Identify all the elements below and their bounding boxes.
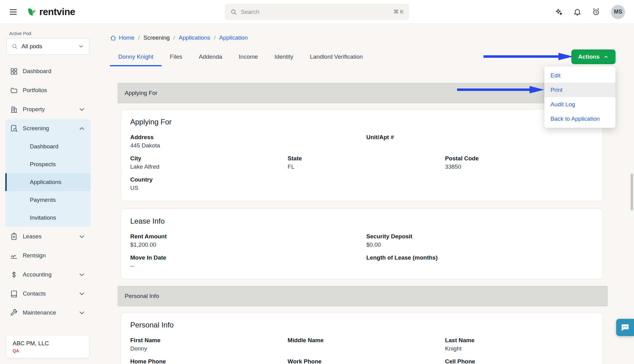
field-move-in-date: Move In Date --	[130, 253, 357, 270]
applying-for-card: Applying For Address 445 Dakota Unit/Apt…	[121, 109, 603, 201]
field-label: Postal Code	[445, 154, 593, 162]
breadcrumb-applications[interactable]: Applications	[179, 34, 210, 41]
tabs: Donny Knight Files Addenda Income Identi…	[110, 49, 616, 66]
wrench-icon	[10, 309, 18, 317]
field-country: Country US	[130, 175, 278, 192]
chevron-down-icon	[78, 43, 84, 49]
field-label: Home Phone	[130, 357, 278, 364]
sidebar-item-portfolios[interactable]: Portfolios	[5, 81, 91, 100]
folder-icon	[10, 87, 18, 94]
sidebar: Active Pod All pods Dashboard Portfolios…	[0, 24, 96, 364]
field-rent-amount: Rent Amount $1,200.00	[130, 232, 357, 249]
field-label: Country	[130, 175, 278, 184]
sparkles-icon[interactable]	[554, 8, 563, 16]
field-value: Donny	[130, 344, 278, 353]
chevron-down-icon	[78, 106, 86, 113]
tab-addenda[interactable]: Addenda	[190, 49, 230, 66]
field-cell-phone: Cell Phone	[445, 357, 593, 364]
tab-identity[interactable]: Identity	[266, 49, 302, 66]
sidebar-group-screening: Screening Dashboard Prospects Applicatio…	[5, 119, 91, 227]
sidebar-subitem-payments[interactable]: Payments	[5, 191, 91, 209]
sidebar-subitem-invitations[interactable]: Invitations	[5, 209, 91, 227]
card-title: Personal Info	[130, 321, 593, 329]
company-tag: QA	[13, 348, 83, 353]
field-home-phone: Home Phone	[130, 357, 278, 364]
field-label: Rent Amount	[130, 232, 357, 241]
field-lease-length: Length of Lease (months)	[366, 253, 593, 270]
field-value: 33850	[445, 162, 593, 171]
chevron-up-icon	[603, 54, 609, 60]
chevron-down-icon	[78, 271, 86, 279]
sidebar-item-dashboard[interactable]: Dashboard	[5, 62, 91, 80]
topbar: rentvine ⌘ K MS	[0, 0, 634, 24]
page-scrollbar-thumb[interactable]	[631, 174, 633, 210]
hamburger-menu-icon[interactable]	[9, 7, 18, 17]
field-label: City	[130, 154, 278, 162]
rentvine-logo[interactable]: rentvine	[26, 6, 75, 18]
breadcrumb-home[interactable]: Home	[110, 34, 135, 41]
sidebar-item-label: Dashboard	[23, 68, 51, 75]
field-city: City Lake Alfred	[130, 154, 278, 171]
field-state: State FL	[288, 154, 436, 171]
breadcrumb-application[interactable]: Application	[219, 34, 248, 41]
sidebar-item-label: Property	[23, 106, 45, 113]
chevron-down-icon	[78, 233, 86, 241]
breadcrumb-separator: /	[138, 34, 140, 41]
chevron-down-icon	[78, 309, 86, 317]
grid-icon	[10, 68, 18, 75]
sidebar-item-label: Accounting	[23, 271, 52, 278]
pod-select[interactable]: All pods	[6, 38, 89, 55]
search-icon	[12, 43, 18, 49]
field-address: Address 445 Dakota	[130, 133, 357, 150]
global-search[interactable]: ⌘ K	[225, 4, 409, 20]
sidebar-item-screening[interactable]: Screening	[5, 119, 91, 138]
menu-item-edit[interactable]: Edit	[544, 68, 616, 83]
clipboard-icon	[10, 233, 18, 241]
field-label: First Name	[130, 336, 278, 344]
sidebar-item-property[interactable]: Property	[5, 100, 91, 119]
field-label: Last Name	[445, 336, 593, 344]
actions-button[interactable]: Actions	[571, 49, 616, 64]
menu-item-back-to-application[interactable]: Back to Application	[544, 112, 616, 126]
sidebar-subitem-dashboard[interactable]: Dashboard	[5, 138, 91, 155]
sidebar-subitem-prospects[interactable]: Prospects	[5, 155, 91, 173]
alarm-icon[interactable]	[592, 8, 600, 16]
sidebar-item-leases[interactable]: Leases	[5, 227, 91, 246]
sidebar-item-accounting[interactable]: Accounting	[5, 265, 91, 284]
tab-income[interactable]: Income	[230, 49, 266, 66]
tab-donny-knight[interactable]: Donny Knight	[110, 49, 162, 66]
sidebar-item-contacts[interactable]: Contacts	[5, 284, 91, 303]
card-title: Lease Info	[130, 217, 593, 225]
section-bar-applying-for: Applying For	[118, 83, 608, 103]
sidebar-item-label: Portfolios	[23, 87, 47, 94]
field-value: Lake Alfred	[130, 162, 278, 171]
field-label: Unit/Apt #	[366, 133, 593, 141]
sidebar-item-label: Maintenance	[23, 309, 56, 316]
chevron-up-icon	[78, 125, 86, 132]
sidebar-item-label: Screening	[23, 125, 49, 132]
tab-landlord-verification[interactable]: Landlord Verification	[302, 49, 371, 66]
breadcrumb-separator: /	[174, 34, 175, 41]
sidebar-subitem-applications[interactable]: Applications	[5, 173, 91, 191]
search-input[interactable]	[241, 9, 390, 15]
menu-item-print[interactable]: Print	[544, 83, 616, 97]
avatar[interactable]: MS	[611, 5, 625, 19]
dollar-icon	[10, 271, 18, 279]
breadcrumb-label: Home	[119, 34, 135, 41]
menu-item-audit-log[interactable]: Audit Log	[544, 97, 616, 112]
personal-info-card: Personal Info First Name Donny Middle Na…	[121, 312, 603, 364]
tab-files[interactable]: Files	[162, 49, 190, 66]
bell-icon[interactable]	[573, 8, 581, 16]
actions-button-label: Actions	[578, 53, 600, 60]
chat-widget-button[interactable]	[616, 319, 634, 336]
field-value: US	[130, 184, 278, 192]
chat-bubble-icon	[620, 323, 630, 332]
sidebar-item-rentsign[interactable]: Rentsign	[5, 246, 91, 265]
sidebar-item-maintenance[interactable]: Maintenance	[5, 303, 91, 322]
field-label: State	[288, 154, 436, 162]
logo-text: rentvine	[39, 6, 75, 18]
signature-icon	[10, 252, 18, 260]
field-label: Security Deposit	[366, 232, 593, 241]
company-switcher[interactable]: ABC PM, LLC QA	[6, 335, 89, 358]
field-security-deposit: Security Deposit $0.00	[366, 232, 593, 249]
